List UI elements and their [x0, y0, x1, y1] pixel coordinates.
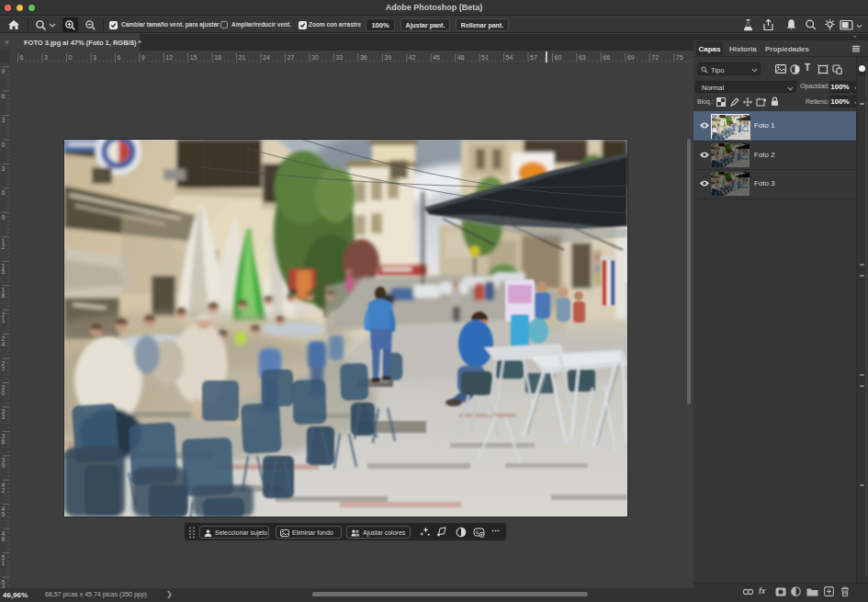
svg-text:6: 6	[117, 54, 120, 61]
svg-text:72: 72	[651, 54, 659, 61]
svg-text:9: 9	[2, 462, 6, 469]
svg-text:3: 3	[2, 117, 6, 123]
svg-text:4: 4	[2, 341, 6, 347]
svg-text:1: 1	[2, 317, 6, 324]
svg-text:9: 9	[141, 54, 145, 61]
svg-text:5: 5	[2, 511, 6, 517]
svg-text:0: 0	[2, 390, 6, 396]
svg-text:12: 12	[165, 54, 173, 61]
svg-text:57: 57	[530, 54, 537, 61]
svg-text:27: 27	[287, 54, 295, 61]
svg-text:30: 30	[311, 54, 319, 61]
svg-text:3: 3	[44, 54, 48, 61]
svg-text:2: 2	[2, 244, 6, 250]
svg-text:42: 42	[409, 54, 416, 61]
svg-text:18: 18	[214, 54, 221, 61]
svg-text:6: 6	[2, 438, 6, 445]
svg-text:39: 39	[384, 54, 391, 61]
svg-text:51: 51	[481, 54, 489, 61]
svg-text:5: 5	[2, 268, 6, 275]
svg-text:48: 48	[457, 54, 465, 61]
svg-text:69: 69	[627, 54, 635, 61]
svg-text:0: 0	[2, 142, 6, 148]
svg-text:60: 60	[555, 54, 562, 61]
svg-text:1: 1	[2, 560, 6, 566]
svg-text:6: 6	[2, 189, 6, 196]
svg-text:3: 3	[2, 165, 6, 172]
svg-text:7: 7	[2, 366, 6, 372]
svg-text:0: 0	[69, 54, 73, 61]
svg-text:75: 75	[676, 54, 683, 61]
svg-text:36: 36	[360, 54, 367, 61]
svg-text:63: 63	[579, 54, 586, 61]
svg-text:45: 45	[433, 54, 440, 61]
svg-text:9: 9	[2, 214, 6, 221]
svg-text:24: 24	[263, 54, 270, 61]
svg-text:8: 8	[2, 292, 6, 299]
svg-text:15: 15	[190, 54, 197, 61]
svg-text:2: 2	[2, 487, 6, 494]
svg-text:6: 6	[20, 54, 24, 61]
svg-text:21: 21	[239, 54, 246, 61]
svg-text:6: 6	[2, 93, 6, 99]
svg-text:8: 8	[2, 536, 6, 542]
svg-text:33: 33	[335, 54, 343, 61]
svg-text:3: 3	[93, 54, 96, 61]
svg-text:9: 9	[2, 68, 6, 74]
svg-text:66: 66	[603, 54, 610, 61]
svg-text:54: 54	[506, 54, 513, 61]
svg-text:3: 3	[2, 414, 6, 420]
